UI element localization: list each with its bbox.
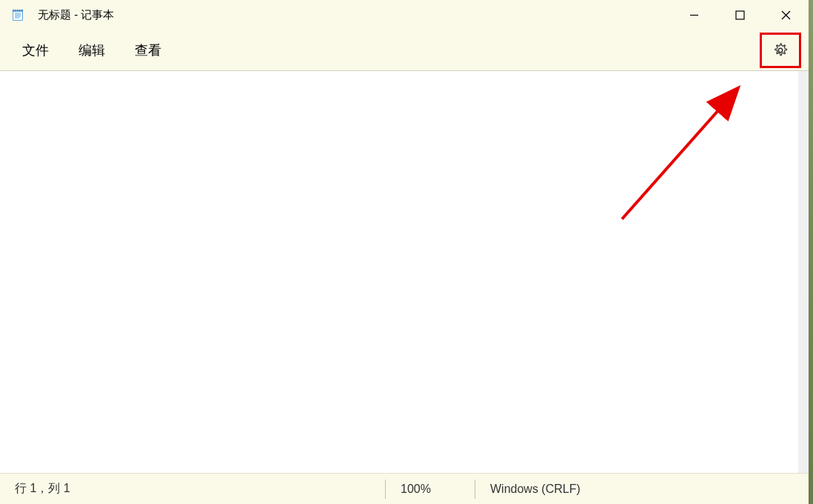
status-encoding: Windows (CRLF)	[475, 483, 595, 496]
editor-area	[0, 71, 809, 473]
status-zoom: 100%	[386, 483, 475, 496]
gear-icon	[773, 43, 788, 58]
menu-view[interactable]: 查看	[123, 36, 173, 65]
svg-rect-12	[736, 11, 744, 19]
menubar: 文件 编辑 查看	[0, 30, 809, 71]
maximize-button[interactable]	[717, 0, 763, 30]
svg-point-10	[20, 10, 21, 10]
window-title: 无标题 - 记事本	[38, 8, 671, 22]
notepad-icon	[11, 8, 24, 21]
titlebar: 无标题 - 记事本	[0, 0, 809, 30]
menu-file[interactable]: 文件	[10, 36, 61, 65]
statusbar: 行 1，列 1 100% Windows (CRLF)	[0, 473, 809, 504]
svg-point-7	[13, 10, 14, 10]
svg-point-8	[16, 10, 16, 10]
menu-edit[interactable]: 编辑	[67, 36, 117, 65]
close-button[interactable]	[763, 0, 809, 30]
desktop-edge	[809, 0, 813, 504]
text-editor[interactable]	[0, 71, 809, 473]
svg-point-9	[18, 10, 19, 10]
settings-button[interactable]	[760, 33, 801, 68]
status-position: 行 1，列 1	[0, 481, 385, 497]
vertical-scrollbar[interactable]	[798, 71, 809, 473]
minimize-button[interactable]	[671, 0, 717, 30]
